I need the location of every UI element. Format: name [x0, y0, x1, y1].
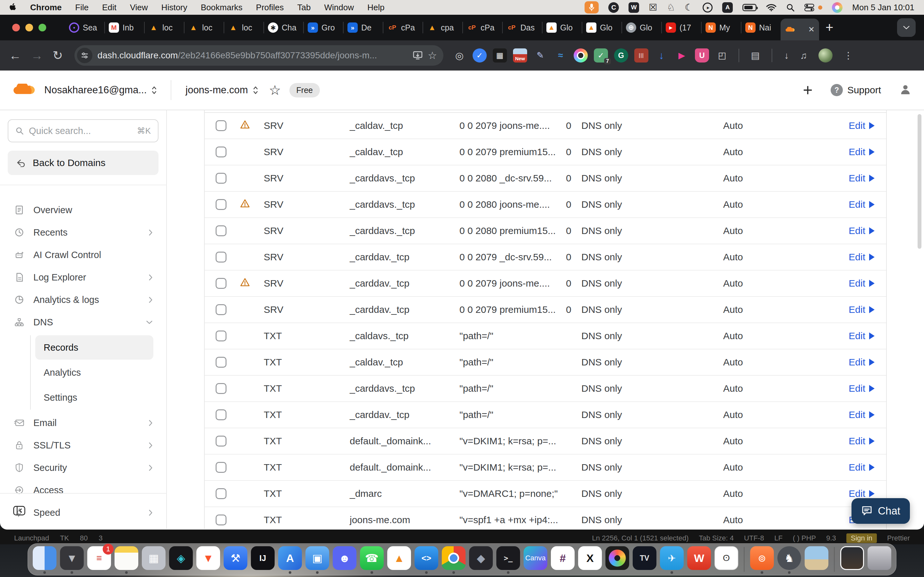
row-checkbox[interactable] — [216, 147, 226, 157]
row-checkbox[interactable] — [216, 199, 226, 210]
sidebar-item-dns[interactable]: DNS — [8, 311, 158, 334]
domain-selector[interactable]: joons-me.com — [186, 84, 258, 96]
alt-text-menu-icon[interactable]: A — [722, 2, 733, 13]
dock-icon[interactable]: ◈ — [169, 546, 193, 570]
row-checkbox[interactable] — [216, 383, 226, 394]
minimize-window-button[interactable] — [25, 24, 33, 31]
edit-record-button[interactable]: Edit — [849, 251, 886, 263]
row-checkbox[interactable] — [216, 226, 226, 236]
row-checkbox[interactable] — [216, 304, 226, 315]
browser-tab-13[interactable]: ▲ Glo — [582, 21, 622, 35]
microphone-indicator-icon[interactable] — [585, 1, 599, 13]
dock-icon[interactable]: ◆ — [469, 546, 493, 570]
browser-tab-16[interactable]: N My — [701, 21, 741, 35]
row-checkbox[interactable] — [216, 278, 226, 289]
llama-menu-icon[interactable]: ♘ — [667, 2, 675, 13]
edit-record-button[interactable]: Edit — [849, 199, 886, 210]
dock-icon[interactable]: ⚒ — [224, 546, 247, 570]
sidebar-item-recents[interactable]: Recents — [8, 221, 158, 243]
extension-icon-5[interactable]: ≈ — [553, 48, 567, 63]
edit-record-button[interactable]: Edit — [849, 120, 886, 131]
dock-icon[interactable]: ▼ — [60, 546, 84, 570]
support-button[interactable]: ? Support — [830, 84, 881, 96]
dock-icon[interactable]: ▼ — [196, 546, 220, 570]
user-profile-icon[interactable] — [899, 83, 912, 97]
close-window-button[interactable] — [12, 24, 20, 31]
browser-tab-3[interactable]: ▲ loc — [184, 21, 224, 35]
extension-icon-11[interactable]: ▶ — [675, 48, 689, 63]
browser-tab-0[interactable]: ● Sea — [65, 21, 104, 35]
play-menu-icon[interactable]: ▸ — [703, 3, 712, 13]
bookmark-star-icon[interactable]: ☆ — [428, 49, 437, 61]
extension-icon-1[interactable]: ✓ — [473, 48, 487, 63]
row-checkbox[interactable] — [216, 436, 226, 446]
sidebar-item-overview[interactable]: Overview — [8, 199, 158, 221]
menubar-menu-0[interactable]: Chrome — [30, 3, 61, 13]
menu-bar-clock[interactable]: Mon 5 Jan 10:01 — [852, 3, 914, 13]
browser-tab-14[interactable]: ⊕ Glo — [622, 21, 661, 35]
browser-tab-6[interactable]: » Gro — [303, 21, 343, 35]
tab-close-icon[interactable]: ✕ — [808, 25, 814, 34]
edit-record-button[interactable]: Edit — [849, 436, 886, 446]
dark-mode-moon-icon[interactable]: ☾ — [685, 2, 693, 13]
menubar-menu-2[interactable]: Edit — [102, 3, 116, 13]
dock-icon[interactable]: ▣ — [305, 546, 329, 570]
playlist-icon[interactable]: ♫ — [800, 50, 807, 61]
edit-record-button[interactable]: Edit — [849, 462, 886, 473]
dock-icon[interactable] — [804, 546, 829, 570]
quick-search-input[interactable]: Quick search... ⌘K — [8, 119, 158, 142]
browser-tab-12[interactable]: ▲ Glo — [542, 21, 582, 35]
dock-icon[interactable]: >_ — [496, 546, 520, 570]
profile-avatar[interactable] — [819, 48, 833, 63]
reload-button[interactable]: ↻ — [53, 48, 63, 63]
browser-tab-17[interactable]: N Nai — [741, 21, 780, 35]
site-settings-icon[interactable] — [77, 48, 92, 63]
dock-icon[interactable]: ♞ — [777, 546, 801, 570]
edit-record-button[interactable]: Edit — [849, 357, 886, 367]
dock-icon[interactable]: ≡ 1 — [87, 546, 111, 570]
browser-tab-15[interactable]: ▶ (17 — [661, 21, 701, 35]
dock-icon[interactable] — [115, 546, 138, 570]
sidebar-item-analytics-logs[interactable]: Analytics & logs — [8, 288, 158, 311]
extension-icon-10[interactable]: ↓ — [654, 48, 669, 63]
dock-icon[interactable]: Canva — [523, 546, 548, 570]
browser-tab-10[interactable]: cP cPa — [462, 21, 502, 35]
menubar-menu-3[interactable]: View — [130, 3, 148, 13]
concepts-menu-icon[interactable]: C — [608, 2, 619, 13]
forward-button[interactable]: → — [31, 49, 43, 63]
sidebar-item-ai-crawl-control[interactable]: AI Crawl Control — [8, 243, 158, 266]
edit-record-button[interactable]: Edit — [849, 278, 886, 289]
back-to-domains-button[interactable]: Back to Domains — [8, 151, 158, 175]
apple-intelligence-icon[interactable] — [832, 2, 843, 13]
browser-tab-7[interactable]: » De — [343, 21, 383, 35]
dock-icon[interactable]: # — [551, 546, 575, 570]
browser-tab-11[interactable]: cP Das — [502, 21, 542, 35]
row-checkbox[interactable] — [216, 357, 226, 367]
dock-icon[interactable] — [744, 547, 745, 572]
sidebar-item-ssl-tls[interactable]: SSL/TLS — [8, 434, 158, 456]
dock-icon[interactable]: ☎ — [360, 546, 384, 570]
edit-record-button[interactable]: Edit — [849, 173, 886, 184]
reading-list-icon[interactable]: ▤ — [751, 50, 760, 61]
edit-record-button[interactable]: Edit — [849, 488, 886, 499]
dock-icon[interactable]: W — [687, 546, 711, 570]
collapse-sidebar-button[interactable] — [13, 505, 26, 517]
dock-icon[interactable]: X — [578, 546, 602, 570]
chrome-menu-kebab-icon[interactable]: ⋮ — [844, 50, 853, 61]
dock-icon[interactable] — [834, 547, 835, 572]
menubar-menu-4[interactable]: History — [162, 3, 187, 13]
dock-icon[interactable]: ▦ — [142, 546, 166, 570]
row-checkbox[interactable] — [216, 330, 226, 342]
chat-button[interactable]: Chat — [851, 498, 910, 524]
downloads-icon[interactable]: ↓ — [784, 50, 789, 61]
row-checkbox[interactable] — [216, 409, 226, 420]
browser-tab-8[interactable]: cP cPa — [383, 21, 423, 35]
active-tab-cloudflare[interactable]: ✕ — [780, 19, 819, 40]
dock-icon[interactable]: ʘ — [714, 546, 738, 570]
menubar-menu-9[interactable]: Help — [367, 3, 384, 13]
menubar-menu-1[interactable]: File — [75, 3, 89, 13]
row-checkbox[interactable] — [216, 173, 226, 184]
url-bar[interactable]: dash.cloudflare.com /2eb24166e85e9bb750a… — [74, 45, 443, 66]
control-center-icon[interactable] — [804, 3, 814, 12]
extension-icon-8[interactable]: G — [614, 48, 628, 63]
